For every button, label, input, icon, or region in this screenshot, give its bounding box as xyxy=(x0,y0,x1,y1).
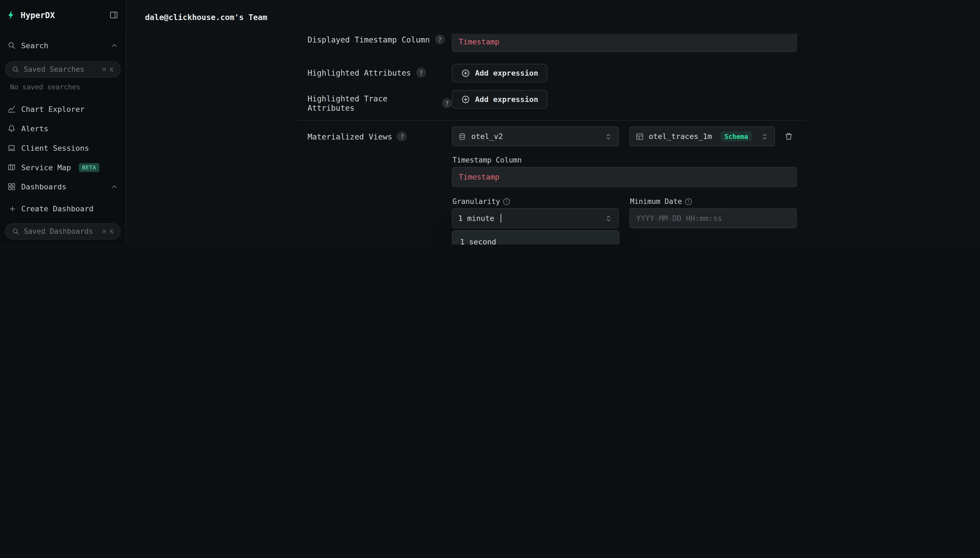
create-dashboard-button[interactable]: Create Dashboard xyxy=(0,200,126,217)
field-label: Highlighted Attributes xyxy=(308,68,411,77)
sidebar-item-client-sessions[interactable]: Client Sessions xyxy=(0,139,126,157)
plus-icon xyxy=(9,205,16,212)
view-select[interactable]: otel_v2 xyxy=(452,126,619,146)
plus-circle-icon xyxy=(461,69,470,77)
table-icon xyxy=(636,132,644,141)
sidebar-item-chart-explorer[interactable]: Chart Explorer xyxy=(0,100,126,118)
help-circle-icon[interactable]: ? xyxy=(435,34,445,45)
magnifier-icon xyxy=(12,228,19,235)
divider xyxy=(298,120,806,121)
granularity-select[interactable]: 1 minute xyxy=(452,208,619,228)
granularity-label: Granularity i xyxy=(452,197,619,206)
minimum-date-label: Minimum Date i xyxy=(630,197,797,206)
shortcut-hint: ⌘ K xyxy=(102,228,114,235)
sidebar-item-label: Client Sessions xyxy=(21,144,89,153)
magnifier-icon xyxy=(12,66,19,73)
chevron-updown-icon xyxy=(604,214,613,223)
chart-icon xyxy=(7,105,16,113)
sidebar-item-label: Search xyxy=(21,41,49,49)
shortcut-hint: ⌘ K xyxy=(102,66,114,73)
help-circle-icon[interactable]: ? xyxy=(442,98,452,108)
sidebar-item-search[interactable]: Search xyxy=(0,36,126,54)
timestamp-column-label: Timestamp Column xyxy=(452,156,797,164)
granularity-dropdown: 1 second 15 seconds 30 seconds ✓ 1 minut… xyxy=(452,230,620,245)
displayed-timestamp-input[interactable]: Timestamp xyxy=(452,34,797,52)
create-dashboard-label: Create Dashboard xyxy=(21,204,94,213)
brand-name: HyperDX xyxy=(21,10,55,20)
chevron-updown-icon xyxy=(604,132,613,141)
row-highlighted-attributes: Highlighted Attributes ? Add expression xyxy=(298,64,806,82)
beta-badge: BETA xyxy=(79,163,100,172)
row-highlighted-trace-attributes: Highlighted Trace Attributes ? Add expre… xyxy=(298,90,806,113)
sidebar-item-alerts[interactable]: Alerts xyxy=(0,120,126,138)
sidebar-item-service-map[interactable]: Service Map BETA xyxy=(0,158,126,176)
saved-dashboards-placeholder: Saved Dashboards xyxy=(24,227,93,236)
info-icon[interactable]: i xyxy=(685,198,692,205)
no-saved-searches-text: No saved searches xyxy=(0,83,126,93)
page-title: dale@clickhouse.com's Team xyxy=(145,12,267,21)
main-content: Displayed Timestamp Column ? Timestamp H… xyxy=(126,34,980,245)
table-select-value: otel_traces_1m xyxy=(649,132,712,141)
add-expression-button[interactable]: Add expression xyxy=(452,90,548,109)
granularity-value: 1 minute xyxy=(458,214,494,223)
add-expression-button[interactable]: Add expression xyxy=(452,64,548,82)
help-circle-icon[interactable]: ? xyxy=(397,131,407,141)
hyperdx-logo-icon xyxy=(6,10,16,20)
grid-icon xyxy=(7,182,16,191)
saved-searches-placeholder: Saved Searches xyxy=(24,65,84,74)
delete-view-trash-icon[interactable] xyxy=(780,128,797,145)
plus-circle-icon xyxy=(461,95,470,104)
table-select[interactable]: otel_traces_1m Schema xyxy=(630,126,775,146)
saved-dashboards-input[interactable]: Saved Dashboards ⌘ K xyxy=(5,223,121,240)
collapse-sidebar-icon[interactable] xyxy=(109,11,118,20)
sidebar-item-label: Alerts xyxy=(21,124,49,133)
chevron-up-icon[interactable] xyxy=(111,42,118,49)
sidebar-item-label: Dashboards xyxy=(21,182,67,191)
row-displayed-timestamp: Displayed Timestamp Column ? Timestamp xyxy=(298,34,806,52)
field-label: Materialized Views xyxy=(308,131,392,141)
sidebar: HyperDX Search Saved Searches ⌘ K No sav… xyxy=(0,0,126,245)
minimum-date-input[interactable]: YYYY-MM-DD HH:mm:ss xyxy=(630,208,797,228)
help-circle-icon[interactable]: ? xyxy=(416,67,426,77)
timestamp-column-input[interactable]: Timestamp xyxy=(452,167,797,187)
topbar: dale@clickhouse.com's Team xyxy=(126,0,980,34)
sidebar-item-label: Chart Explorer xyxy=(21,105,85,113)
field-label: Displayed Timestamp Column xyxy=(308,35,430,44)
search-nav-icon xyxy=(7,41,16,49)
info-icon[interactable]: i xyxy=(503,198,510,205)
hyperdx-app: HyperDX Search Saved Searches ⌘ K No sav… xyxy=(0,0,980,245)
field-label: Highlighted Trace Attributes xyxy=(308,94,437,112)
chevron-up-icon[interactable] xyxy=(111,183,118,190)
laptop-icon xyxy=(7,144,16,152)
chevron-updown-icon xyxy=(761,132,769,141)
bell-icon xyxy=(7,125,16,133)
dropdown-option[interactable]: 1 second xyxy=(453,233,619,245)
sidebar-item-label: Service Map xyxy=(21,163,71,172)
brand-row: HyperDX xyxy=(0,0,126,28)
saved-searches-input[interactable]: Saved Searches ⌘ K xyxy=(5,61,121,77)
view-select-value: otel_v2 xyxy=(471,132,503,141)
text-caret xyxy=(501,214,501,223)
row-materialized-views: Materialized Views ? otel_v2 xyxy=(298,126,806,245)
materialized-view-row: otel_v2 otel_traces_1m Schema xyxy=(452,126,797,146)
database-icon xyxy=(458,132,466,141)
granularity-mindate-row: Granularity i 1 minute xyxy=(452,197,797,228)
sidebar-item-dashboards[interactable]: Dashboards xyxy=(0,177,126,196)
map-icon xyxy=(7,163,16,172)
schema-badge[interactable]: Schema xyxy=(721,131,752,141)
